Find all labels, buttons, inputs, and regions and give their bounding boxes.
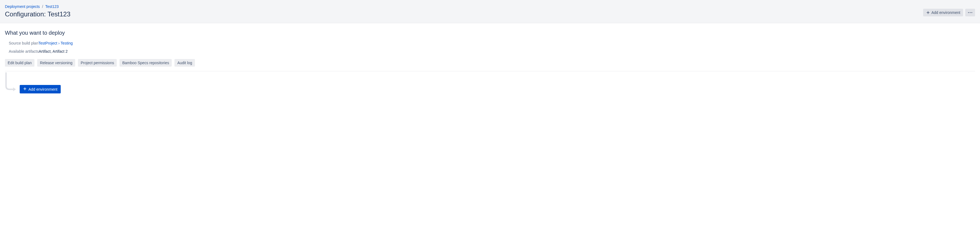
plus-icon xyxy=(23,87,27,92)
more-actions-button[interactable] xyxy=(965,9,975,16)
plus-icon xyxy=(926,10,930,15)
artifacts-value: Artifact, Artifact 2 xyxy=(38,49,68,54)
release-versioning-button[interactable]: Release versioning xyxy=(37,59,75,67)
artifacts-label: Available artifacts xyxy=(9,49,38,54)
page-header: Deployment projects / Test123 Configurat… xyxy=(0,0,980,23)
arrow-indicator-icon xyxy=(5,72,17,92)
add-environment-button-main[interactable]: Add environment xyxy=(20,85,61,94)
audit-log-button[interactable]: Audit log xyxy=(175,59,195,67)
source-build-plan-row: Source build plan TestProject › Testing xyxy=(5,41,975,45)
add-environment-section: Add environment xyxy=(5,72,975,94)
add-environment-button-header[interactable]: Add environment xyxy=(923,9,963,16)
edit-build-plan-button[interactable]: Edit build plan xyxy=(5,59,35,67)
more-icon xyxy=(967,10,973,15)
page-title: Configuration: Test123 xyxy=(5,10,70,18)
breadcrumb-current-link[interactable]: Test123 xyxy=(45,4,59,9)
section-title: What you want to deploy xyxy=(5,30,975,36)
header-actions: Add environment xyxy=(923,9,975,16)
svg-point-2 xyxy=(971,12,972,13)
main-content: What you want to deploy Source build pla… xyxy=(0,23,980,100)
add-environment-label: Add environment xyxy=(931,10,960,15)
action-buttons-row: Edit build plan Release versioning Proje… xyxy=(5,59,975,71)
source-plan-label: Source build plan xyxy=(9,41,38,45)
source-plan-link[interactable]: TestProject › Testing xyxy=(38,41,73,45)
svg-point-0 xyxy=(968,12,969,13)
project-permissions-button[interactable]: Project permissions xyxy=(78,59,117,67)
add-environment-label: Add environment xyxy=(29,87,57,92)
source-plan-value: TestProject › Testing xyxy=(38,41,73,45)
bamboo-specs-button[interactable]: Bamboo Specs repositories xyxy=(119,59,172,67)
available-artifacts-row: Available artifacts Artifact, Artifact 2 xyxy=(5,49,975,54)
breadcrumb: Deployment projects / Test123 xyxy=(5,4,70,9)
breadcrumb-separator: / xyxy=(42,4,43,9)
breadcrumb-root-link[interactable]: Deployment projects xyxy=(5,4,40,9)
header-left: Deployment projects / Test123 Configurat… xyxy=(5,4,70,18)
svg-point-1 xyxy=(970,12,970,13)
